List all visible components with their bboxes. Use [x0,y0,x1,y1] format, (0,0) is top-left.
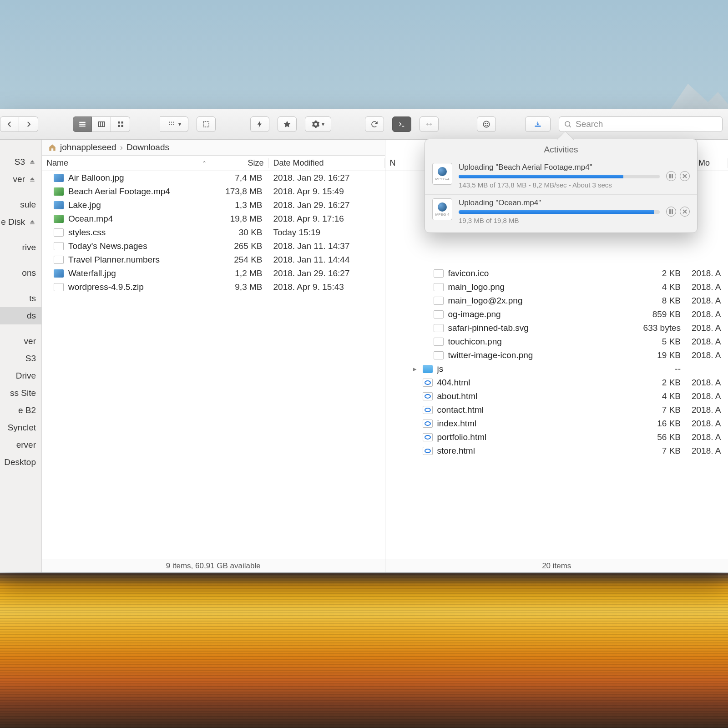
file-row[interactable]: contact.html7 KB2018. A [385,403,728,417]
file-row[interactable]: portfolio.html56 KB2018. A [385,430,728,444]
left-breadcrumb[interactable]: johnappleseed › Downloads [42,140,385,156]
file-size: 9,3 MB [215,282,269,292]
pause-button[interactable] [666,171,676,181]
view-list-button[interactable] [73,116,92,132]
col-size[interactable]: Size [215,158,269,168]
favorite-button[interactable] [278,116,297,132]
col-name-label: Name [46,158,68,168]
toolbar: ▾ ▾ [0,109,728,140]
sidebar-item[interactable]: rive [0,239,41,256]
sidebar-item[interactable]: S3 [0,153,41,171]
file-row[interactable]: store.html7 KB2018. A [385,444,728,458]
col-date[interactable]: Date Modified [269,158,385,168]
sidebar-item[interactable]: ver [0,171,41,188]
file-date: 2018. A [687,350,728,360]
sidebar-item[interactable]: erver [0,436,41,454]
activities-popover: Activities MPEG-4 Uploading "Beach Aeria… [425,139,698,233]
sidebar-item[interactable]: Desktop [0,454,41,471]
cancel-button[interactable] [680,171,690,181]
file-row[interactable]: index.html16 KB2018. A [385,417,728,430]
eject-icon[interactable] [29,176,36,183]
emoji-button[interactable] [477,116,496,132]
file-date: 2018. Jan 29. 16:27 [269,200,385,210]
sidebar-item[interactable]: Drive [0,367,41,384]
svg-rect-14 [203,121,209,127]
sidebar-item-label: Synclet [8,423,36,433]
file-row[interactable]: touchicon.png5 KB2018. A [385,335,728,349]
terminal-button[interactable] [392,116,411,132]
file-row[interactable]: wordpress-4.9.5.zip9,3 MB2018. Apr 9. 15… [42,280,385,294]
forward-button[interactable] [19,116,38,132]
file-size: 2 KB [623,378,687,388]
eject-icon[interactable] [29,218,36,226]
file-row[interactable]: favicon.ico2 KB2018. A [385,267,728,280]
activity-item: MPEG-4 Uploading "Beach Aerial Footage.m… [425,159,697,194]
search-icon [564,120,572,128]
sidebar-item-label: ss Site [10,388,36,398]
file-row[interactable]: Beach Aerial Footage.mp4173,8 MB2018. Ap… [42,185,385,198]
sidebar-item-label: e Disk [1,217,25,227]
activity-progress [459,175,660,178]
file-row[interactable]: safari-pinned-tab.svg633 bytes2018. A [385,321,728,335]
view-columns-button[interactable] [92,116,111,132]
file-row[interactable]: ▸js-- [385,362,728,376]
file-row[interactable]: Air Balloon.jpg7,4 MB2018. Jan 29. 16:27 [42,171,385,185]
back-button[interactable] [0,116,19,132]
cancel-button[interactable] [680,207,690,217]
file-row[interactable]: Waterfall.jpg1,2 MB2018. Jan 29. 16:27 [42,267,385,280]
sync-button[interactable] [365,116,384,132]
arrange-button[interactable]: ▾ [160,116,188,132]
col-name[interactable]: Name ⌃ [42,158,215,168]
file-date: 2018. Jan 29. 16:27 [269,173,385,183]
pause-button[interactable] [666,207,676,217]
sidebar-item[interactable]: e B2 [0,402,41,419]
compare-button[interactable] [420,116,439,132]
file-name: Ocean.mp4 [68,214,113,224]
file-date: 2018. Jan 29. 16:27 [269,268,385,278]
sidebar-item[interactable]: e Disk [0,213,41,231]
breadcrumb-seg[interactable]: Downloads [126,142,169,152]
file-icon [423,447,433,455]
sidebar-item[interactable]: ds [0,307,41,324]
file-row[interactable]: about.html4 KB2018. A [385,389,728,403]
file-icon [423,379,433,387]
file-size: 16 KB [623,419,687,429]
sidebar-item[interactable]: S3 [0,350,41,367]
svg-rect-22 [669,209,671,214]
sidebar-item[interactable]: Synclet [0,419,41,436]
disclosure-triangle-icon[interactable]: ▸ [412,365,418,373]
file-size: 265 KB [215,241,269,251]
file-row[interactable]: Today's News.pages265 KB2018. Jan 11. 14… [42,239,385,253]
svg-point-11 [169,124,170,125]
quick-action-button[interactable] [250,116,269,132]
file-row[interactable]: styles.css30 KBToday 15:19 [42,226,385,239]
action-menu-button[interactable]: ▾ [305,116,331,132]
file-row[interactable]: main_logo.png4 KB2018. A [385,280,728,294]
file-name: wordpress-4.9.5.zip [68,282,144,292]
sidebar-item[interactable]: ss Site [0,384,41,402]
file-row[interactable]: 404.html2 KB2018. A [385,376,728,389]
view-icons-button[interactable] [111,116,130,132]
file-row[interactable]: twitter-image-icon.png19 KB2018. A [385,349,728,362]
file-row[interactable]: og-image.png859 KB2018. A [385,308,728,321]
new-folder-button[interactable] [197,116,216,132]
file-row[interactable]: Ocean.mp419,8 MB2018. Apr 9. 17:16 [42,212,385,226]
sidebar-item[interactable]: ons [0,264,41,282]
sidebar-item[interactable]: ver [0,333,41,350]
sidebar-item[interactable]: sule [0,196,41,213]
file-date: 2018. A [687,405,728,415]
file-row[interactable]: Travel Planner.numbers254 KB2018. Jan 11… [42,253,385,267]
activity-item: MPEG-4 Uploading "Ocean.mp4" 19,3 MB of … [425,194,697,230]
eject-icon[interactable] [29,158,36,166]
sidebar-item-label: Desktop [4,457,36,467]
transfers-button[interactable] [525,116,551,132]
left-status: 9 items, 60,91 GB available [42,559,385,572]
sidebar-item[interactable]: ts [0,290,41,307]
file-date: 2018. A [687,432,728,442]
svg-rect-6 [118,125,120,127]
file-name: main_logo.png [448,282,505,292]
file-row[interactable]: Lake.jpg1,3 MB2018. Jan 29. 16:27 [42,198,385,212]
search-field[interactable]: Search [559,116,723,132]
breadcrumb-seg[interactable]: johnappleseed [60,142,116,152]
file-row[interactable]: main_logo@2x.png8 KB2018. A [385,294,728,308]
